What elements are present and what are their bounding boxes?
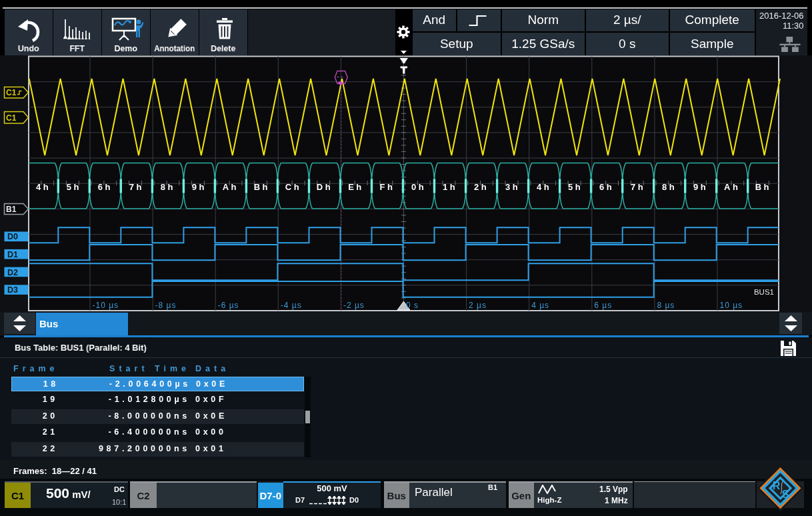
svg-text:B1: B1 [6, 205, 17, 214]
svg-text:0h: 0h [411, 182, 426, 192]
svg-text:6h: 6h [599, 182, 614, 192]
svg-text:Dh: Dh [317, 182, 333, 192]
svg-text:R: R [773, 480, 781, 491]
svg-text:4h: 4h [537, 182, 551, 192]
svg-text:5h: 5h [568, 182, 583, 192]
svg-text:10 µs: 10 µs [720, 301, 743, 310]
svg-text:1h: 1h [443, 182, 457, 192]
svg-text:7h: 7h [631, 182, 645, 192]
svg-text:Ah: Ah [724, 182, 740, 192]
svg-text:Ch: Ch [285, 182, 301, 192]
svg-text:6h: 6h [98, 182, 113, 192]
svg-text:BUS1: BUS1 [754, 288, 774, 296]
svg-text:6 µs: 6 µs [594, 301, 612, 310]
svg-text:5h: 5h [67, 182, 81, 192]
svg-text:-4 µs: -4 µs [281, 301, 302, 310]
svg-text:D2: D2 [7, 268, 18, 277]
svg-text:8 µs: 8 µs [657, 301, 675, 310]
svg-text:C1: C1 [6, 88, 17, 97]
svg-text:0 s: 0 s [406, 301, 419, 310]
svg-text:9h: 9h [693, 182, 708, 192]
svg-text:-10 µs: -10 µs [93, 301, 119, 310]
svg-text:Fh: Fh [380, 182, 395, 192]
svg-text:8h: 8h [161, 182, 175, 192]
svg-text:-8 µs: -8 µs [155, 301, 177, 310]
svg-text:Eh: Eh [348, 182, 364, 192]
svg-text:S: S [782, 489, 789, 500]
svg-text:D0: D0 [7, 232, 18, 241]
svg-text:-6 µs: -6 µs [218, 301, 239, 310]
svg-text:2h: 2h [474, 182, 489, 192]
svg-text:4 µs: 4 µs [531, 301, 549, 310]
svg-text:8h: 8h [662, 182, 677, 192]
svg-text:Bh: Bh [755, 182, 771, 192]
svg-text:9h: 9h [192, 182, 207, 192]
svg-text:7h: 7h [129, 182, 144, 192]
svg-text:2 µs: 2 µs [469, 301, 487, 310]
svg-text:3h: 3h [505, 182, 520, 192]
svg-text:Ah: Ah [223, 182, 239, 192]
svg-text:-2 µs: -2 µs [343, 301, 365, 310]
svg-text:D1: D1 [7, 250, 18, 259]
svg-text:D3: D3 [7, 285, 18, 295]
svg-text:Bh: Bh [254, 182, 270, 192]
svg-text:C1: C1 [6, 113, 17, 123]
svg-text:4h: 4h [36, 182, 51, 192]
